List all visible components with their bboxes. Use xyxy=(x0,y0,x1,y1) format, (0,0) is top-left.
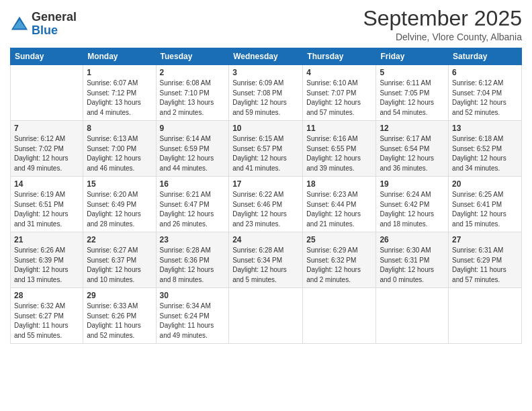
day-detail: Sunrise: 6:17 AM Sunset: 6:54 PM Dayligh… xyxy=(380,134,445,173)
calendar-cell-w0d5: 5Sunrise: 6:11 AM Sunset: 7:05 PM Daylig… xyxy=(376,65,449,121)
calendar-cell-w0d6: 6Sunrise: 6:12 AM Sunset: 7:04 PM Daylig… xyxy=(449,65,522,121)
calendar-cell-w3d2: 23Sunrise: 6:28 AM Sunset: 6:36 PM Dayli… xyxy=(156,232,229,288)
day-number: 27 xyxy=(452,235,518,244)
day-number: 13 xyxy=(452,124,518,133)
calendar-cell-w4d4 xyxy=(303,288,376,344)
calendar-week-row-1: 7Sunrise: 6:12 AM Sunset: 7:02 PM Daylig… xyxy=(11,121,522,177)
calendar-cell-w0d1: 1Sunrise: 6:07 AM Sunset: 7:12 PM Daylig… xyxy=(83,65,156,121)
day-number: 1 xyxy=(87,68,152,77)
day-detail: Sunrise: 6:34 AM Sunset: 6:24 PM Dayligh… xyxy=(160,302,226,340)
day-number: 12 xyxy=(380,124,445,133)
calendar-cell-w4d1: 29Sunrise: 6:33 AM Sunset: 6:26 PM Dayli… xyxy=(83,288,156,344)
calendar-cell-w4d6 xyxy=(449,288,522,344)
day-number: 18 xyxy=(306,179,372,189)
calendar-cell-w3d1: 22Sunrise: 6:27 AM Sunset: 6:37 PM Dayli… xyxy=(83,232,156,288)
day-number: 30 xyxy=(160,291,226,300)
calendar-week-row-0: 1Sunrise: 6:07 AM Sunset: 7:12 PM Daylig… xyxy=(11,65,522,121)
day-number: 22 xyxy=(87,235,152,244)
calendar-cell-w1d0: 7Sunrise: 6:12 AM Sunset: 7:02 PM Daylig… xyxy=(11,121,83,177)
day-detail: Sunrise: 6:13 AM Sunset: 7:00 PM Dayligh… xyxy=(87,134,152,173)
day-detail: Sunrise: 6:18 AM Sunset: 6:52 PM Dayligh… xyxy=(452,134,518,173)
day-number: 10 xyxy=(232,124,299,133)
calendar-cell-w3d6: 27Sunrise: 6:31 AM Sunset: 6:29 PM Dayli… xyxy=(449,232,522,288)
calendar-cell-w2d5: 19Sunrise: 6:24 AM Sunset: 6:42 PM Dayli… xyxy=(376,177,449,232)
calendar-cell-w3d4: 25Sunrise: 6:29 AM Sunset: 6:32 PM Dayli… xyxy=(303,232,376,288)
location: Delvine, Vlore County, Albania xyxy=(363,32,522,42)
day-number: 21 xyxy=(14,235,79,244)
calendar-cell-w0d0 xyxy=(11,65,83,121)
calendar-cell-w0d4: 4Sunrise: 6:10 AM Sunset: 7:07 PM Daylig… xyxy=(303,65,376,121)
day-detail: Sunrise: 6:16 AM Sunset: 6:55 PM Dayligh… xyxy=(306,134,372,173)
calendar-cell-w3d3: 24Sunrise: 6:28 AM Sunset: 6:34 PM Dayli… xyxy=(229,232,303,288)
day-detail: Sunrise: 6:10 AM Sunset: 7:07 PM Dayligh… xyxy=(306,79,372,118)
logo-general-text: General xyxy=(32,11,77,24)
day-number: 4 xyxy=(306,68,372,77)
calendar-header-row: Sunday Monday Tuesday Wednesday Thursday… xyxy=(11,48,522,65)
calendar-cell-w2d3: 17Sunrise: 6:22 AM Sunset: 6:46 PM Dayli… xyxy=(229,177,303,232)
day-number: 11 xyxy=(306,124,372,133)
calendar-cell-w4d2: 30Sunrise: 6:34 AM Sunset: 6:24 PM Dayli… xyxy=(156,288,229,344)
calendar-cell-w0d2: 2Sunrise: 6:08 AM Sunset: 7:10 PM Daylig… xyxy=(156,65,229,121)
day-detail: Sunrise: 6:25 AM Sunset: 6:41 PM Dayligh… xyxy=(452,190,518,229)
calendar-cell-w2d0: 14Sunrise: 6:19 AM Sunset: 6:51 PM Dayli… xyxy=(11,177,83,232)
calendar-cell-w3d5: 26Sunrise: 6:30 AM Sunset: 6:31 PM Dayli… xyxy=(376,232,449,288)
calendar-cell-w0d3: 3Sunrise: 6:09 AM Sunset: 7:08 PM Daylig… xyxy=(229,65,303,121)
logo-icon xyxy=(10,15,29,34)
logo: General Blue xyxy=(10,11,77,38)
calendar-cell-w4d5 xyxy=(376,288,449,344)
calendar-cell-w1d2: 9Sunrise: 6:14 AM Sunset: 6:59 PM Daylig… xyxy=(156,121,229,177)
title-block: September 2025 Delvine, Vlore County, Al… xyxy=(363,7,522,42)
day-detail: Sunrise: 6:08 AM Sunset: 7:10 PM Dayligh… xyxy=(160,79,226,118)
col-tuesday: Tuesday xyxy=(156,48,229,65)
day-number: 20 xyxy=(452,179,518,189)
calendar-cell-w1d1: 8Sunrise: 6:13 AM Sunset: 7:00 PM Daylig… xyxy=(83,121,156,177)
header: General Blue September 2025 Delvine, Vlo… xyxy=(10,7,522,42)
day-detail: Sunrise: 6:09 AM Sunset: 7:08 PM Dayligh… xyxy=(232,79,299,118)
day-number: 28 xyxy=(14,291,79,300)
calendar-cell-w2d1: 15Sunrise: 6:20 AM Sunset: 6:49 PM Dayli… xyxy=(83,177,156,232)
day-detail: Sunrise: 6:30 AM Sunset: 6:31 PM Dayligh… xyxy=(380,246,445,285)
day-detail: Sunrise: 6:26 AM Sunset: 6:39 PM Dayligh… xyxy=(14,246,79,285)
calendar-cell-w1d3: 10Sunrise: 6:15 AM Sunset: 6:57 PM Dayli… xyxy=(229,121,303,177)
day-number: 26 xyxy=(380,235,445,244)
page: General Blue September 2025 Delvine, Vlo… xyxy=(0,0,532,411)
col-saturday: Saturday xyxy=(449,48,522,65)
calendar-cell-w1d6: 13Sunrise: 6:18 AM Sunset: 6:52 PM Dayli… xyxy=(449,121,522,177)
day-number: 3 xyxy=(232,68,299,77)
day-detail: Sunrise: 6:32 AM Sunset: 6:27 PM Dayligh… xyxy=(14,302,79,340)
day-detail: Sunrise: 6:27 AM Sunset: 6:37 PM Dayligh… xyxy=(87,246,152,285)
day-number: 9 xyxy=(160,124,226,133)
day-detail: Sunrise: 6:28 AM Sunset: 6:34 PM Dayligh… xyxy=(232,246,299,285)
day-detail: Sunrise: 6:12 AM Sunset: 7:04 PM Dayligh… xyxy=(452,79,518,118)
day-number: 15 xyxy=(87,179,152,189)
day-number: 23 xyxy=(160,235,226,244)
day-number: 8 xyxy=(87,124,152,133)
day-detail: Sunrise: 6:31 AM Sunset: 6:29 PM Dayligh… xyxy=(452,246,518,285)
day-number: 24 xyxy=(232,235,299,244)
day-detail: Sunrise: 6:11 AM Sunset: 7:05 PM Dayligh… xyxy=(380,79,445,118)
day-detail: Sunrise: 6:15 AM Sunset: 6:57 PM Dayligh… xyxy=(232,134,299,173)
calendar-cell-w3d0: 21Sunrise: 6:26 AM Sunset: 6:39 PM Dayli… xyxy=(11,232,83,288)
col-sunday: Sunday xyxy=(11,48,83,65)
day-number: 14 xyxy=(14,179,79,189)
day-number: 29 xyxy=(87,291,152,300)
col-monday: Monday xyxy=(83,48,156,65)
calendar-table: Sunday Monday Tuesday Wednesday Thursday… xyxy=(10,48,522,344)
col-wednesday: Wednesday xyxy=(229,48,303,65)
day-number: 17 xyxy=(232,179,299,189)
logo-text: General Blue xyxy=(32,11,77,38)
day-detail: Sunrise: 6:12 AM Sunset: 7:02 PM Dayligh… xyxy=(14,134,79,173)
day-number: 7 xyxy=(14,124,79,133)
calendar-cell-w4d0: 28Sunrise: 6:32 AM Sunset: 6:27 PM Dayli… xyxy=(11,288,83,344)
day-detail: Sunrise: 6:28 AM Sunset: 6:36 PM Dayligh… xyxy=(160,246,226,285)
day-detail: Sunrise: 6:29 AM Sunset: 6:32 PM Dayligh… xyxy=(306,246,372,285)
day-detail: Sunrise: 6:14 AM Sunset: 6:59 PM Dayligh… xyxy=(160,134,226,173)
calendar-cell-w2d6: 20Sunrise: 6:25 AM Sunset: 6:41 PM Dayli… xyxy=(449,177,522,232)
calendar-cell-w1d5: 12Sunrise: 6:17 AM Sunset: 6:54 PM Dayli… xyxy=(376,121,449,177)
day-detail: Sunrise: 6:20 AM Sunset: 6:49 PM Dayligh… xyxy=(87,190,152,229)
calendar-week-row-3: 21Sunrise: 6:26 AM Sunset: 6:39 PM Dayli… xyxy=(11,232,522,288)
day-detail: Sunrise: 6:24 AM Sunset: 6:42 PM Dayligh… xyxy=(380,190,445,229)
day-detail: Sunrise: 6:23 AM Sunset: 6:44 PM Dayligh… xyxy=(306,190,372,229)
day-number: 16 xyxy=(160,179,226,189)
day-number: 19 xyxy=(380,179,445,189)
